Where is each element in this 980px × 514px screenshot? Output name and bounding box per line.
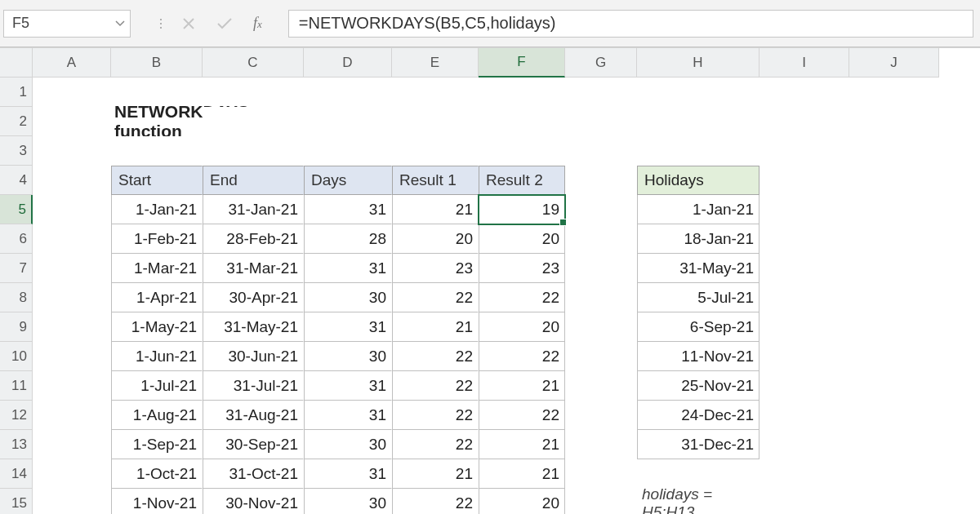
cell-B7[interactable]: 1-Mar-21 [111, 254, 203, 283]
cell-G11[interactable] [565, 371, 637, 401]
fx-icon[interactable]: fx [252, 15, 270, 32]
cell-A12[interactable] [33, 401, 111, 430]
cell-F11[interactable]: 21 [479, 371, 565, 401]
cell-C13[interactable]: 30-Sep-21 [203, 430, 304, 459]
cell-A4[interactable] [33, 166, 111, 195]
column-header[interactable]: A [33, 48, 111, 78]
cell-E15[interactable]: 22 [392, 489, 479, 514]
cell-H1[interactable] [637, 78, 760, 107]
cell-F3[interactable] [479, 136, 565, 166]
cell-B10[interactable]: 1-Jun-21 [111, 342, 203, 371]
cell-I14[interactable] [760, 459, 849, 489]
formula-input[interactable]: =NETWORKDAYS(B5,C5,holidays) [288, 10, 973, 38]
cell-E10[interactable]: 22 [392, 342, 479, 371]
cell-G4[interactable] [565, 166, 637, 195]
column-header[interactable]: B [111, 48, 203, 78]
cell-F10[interactable]: 22 [479, 342, 565, 371]
cell-H7[interactable]: 31-May-21 [637, 254, 760, 283]
cell-A10[interactable] [33, 342, 111, 371]
cell-I12[interactable] [760, 401, 849, 430]
cell-E1[interactable] [392, 78, 479, 107]
cell-A13[interactable] [33, 430, 111, 459]
cell-J10[interactable] [849, 342, 939, 371]
cell-J4[interactable] [849, 166, 939, 195]
cell-I3[interactable] [760, 136, 849, 166]
cell-D14[interactable]: 31 [304, 459, 392, 489]
cell-E6[interactable]: 20 [392, 224, 479, 254]
cell-I13[interactable] [760, 430, 849, 459]
cell-I5[interactable] [760, 195, 849, 224]
row-header[interactable]: 10 [0, 342, 33, 371]
cell-F1[interactable] [479, 78, 565, 107]
column-header[interactable]: H [637, 48, 760, 78]
cell-I1[interactable] [760, 78, 849, 107]
cell-C5[interactable]: 31-Jan-21 [203, 195, 304, 224]
row-header[interactable]: 1 [0, 78, 33, 107]
cell-I8[interactable] [760, 283, 849, 312]
cell-C15[interactable]: 30-Nov-21 [203, 489, 304, 514]
enter-button[interactable] [216, 15, 234, 33]
cell-E5[interactable]: 21 [392, 195, 479, 224]
cell-D13[interactable]: 30 [304, 430, 392, 459]
select-all-corner[interactable] [0, 48, 33, 78]
cell-J1[interactable] [849, 78, 939, 107]
cell-J2[interactable] [849, 107, 939, 136]
cell-G9[interactable] [565, 312, 637, 342]
cell-H5[interactable]: 1-Jan-21 [637, 195, 760, 224]
cell-E14[interactable]: 21 [392, 459, 479, 489]
cell-B5[interactable]: 1-Jan-21 [111, 195, 203, 224]
cell-C12[interactable]: 31-Aug-21 [203, 401, 304, 430]
cell-J11[interactable] [849, 371, 939, 401]
cell-D7[interactable]: 31 [304, 254, 392, 283]
cell-F8[interactable]: 22 [479, 283, 565, 312]
cell-H3[interactable] [637, 136, 760, 166]
cell-C9[interactable]: 31-May-21 [203, 312, 304, 342]
row-header[interactable]: 6 [0, 224, 33, 254]
cell-E7[interactable]: 23 [392, 254, 479, 283]
cell-C10[interactable]: 30-Jun-21 [203, 342, 304, 371]
cell-H4[interactable]: Holidays [637, 166, 760, 195]
cell-B6[interactable]: 1-Feb-21 [111, 224, 203, 254]
cell-B15[interactable]: 1-Nov-21 [111, 489, 203, 514]
cell-J14[interactable] [849, 459, 939, 489]
cell-G1[interactable] [565, 78, 637, 107]
cell-D5[interactable]: 31 [304, 195, 392, 224]
cell-E9[interactable]: 21 [392, 312, 479, 342]
row-header[interactable]: 3 [0, 136, 33, 166]
cell-A5[interactable] [33, 195, 111, 224]
cell-F2[interactable] [479, 107, 565, 136]
cell-B13[interactable]: 1-Sep-21 [111, 430, 203, 459]
cell-F15[interactable]: 20 [479, 489, 565, 514]
row-header[interactable]: 7 [0, 254, 33, 283]
row-header[interactable]: 2 [0, 107, 33, 136]
cell-H13[interactable]: 31-Dec-21 [637, 430, 760, 459]
cell-C8[interactable]: 30-Apr-21 [203, 283, 304, 312]
cell-H8[interactable]: 5-Jul-21 [637, 283, 760, 312]
cell-C4[interactable]: End [203, 166, 304, 195]
row-header[interactable]: 5 [0, 195, 33, 224]
cell-H6[interactable]: 18-Jan-21 [637, 224, 760, 254]
row-header[interactable]: 11 [0, 371, 33, 401]
cell-F6[interactable]: 20 [479, 224, 565, 254]
cell-E3[interactable] [392, 136, 479, 166]
cell-G5[interactable] [565, 195, 637, 224]
cell-J15[interactable] [849, 489, 939, 514]
cell-A1[interactable] [33, 78, 111, 107]
cell-I2[interactable] [760, 107, 849, 136]
cell-I6[interactable] [760, 224, 849, 254]
cell-F7[interactable]: 23 [479, 254, 565, 283]
cell-I10[interactable] [760, 342, 849, 371]
column-header[interactable]: G [565, 48, 637, 78]
cell-B2[interactable]: NETWORKDAYS function [111, 107, 203, 136]
cell-D4[interactable]: Days [304, 166, 392, 195]
name-box[interactable]: F5 [3, 10, 131, 38]
cell-I9[interactable] [760, 312, 849, 342]
cell-D3[interactable] [304, 136, 392, 166]
cell-B4[interactable]: Start [111, 166, 203, 195]
cell-A8[interactable] [33, 283, 111, 312]
cell-B14[interactable]: 1-Oct-21 [111, 459, 203, 489]
cell-D1[interactable] [304, 78, 392, 107]
column-header[interactable]: I [760, 48, 849, 78]
cell-A15[interactable] [33, 489, 111, 514]
cell-G2[interactable] [565, 107, 637, 136]
